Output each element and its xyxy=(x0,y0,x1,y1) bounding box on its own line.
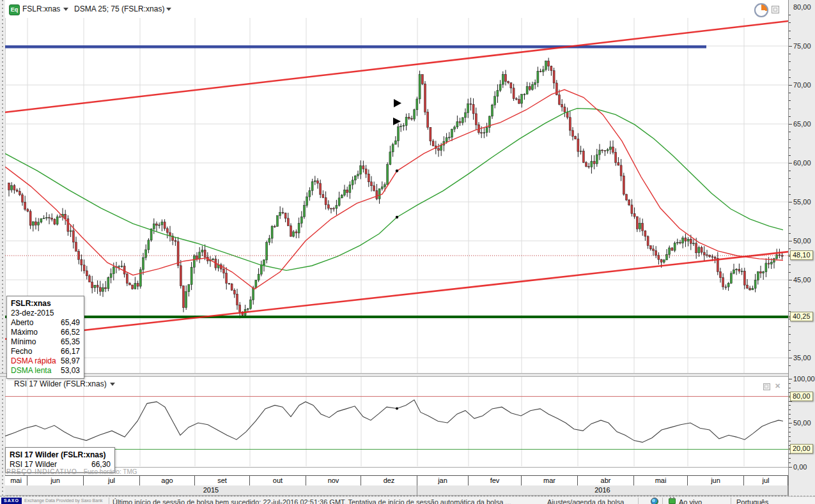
axis-tick xyxy=(789,148,791,148)
price-axis: 80,0075,0070,0065,0060,0055,0050,0045,00… xyxy=(788,0,815,496)
axis-tick xyxy=(789,264,791,265)
axis-tick xyxy=(789,405,791,406)
time-axis-months: maijunjulagosetoutnovdezjanfevmarabrmaij… xyxy=(5,475,788,486)
month-label: ago xyxy=(140,476,195,485)
axis-tick xyxy=(789,458,791,459)
month-label: dez xyxy=(361,476,417,485)
axis-tick xyxy=(789,109,791,109)
price-flag-label: 40,25 xyxy=(790,312,813,321)
rsi-tick-label: 100,00 xyxy=(793,376,815,383)
axis-tick xyxy=(789,124,792,125)
separator xyxy=(109,498,109,504)
price-tick-label: 45,00 xyxy=(793,277,811,284)
indicative-price-note: PREÇO INDICATIVOFuso horário: TMG xyxy=(6,468,137,475)
rsi-tick-label: 50,00 xyxy=(793,420,811,427)
month-label: nov xyxy=(306,476,361,485)
axis-tick xyxy=(789,441,791,441)
axis-tick xyxy=(789,116,791,117)
ohlc-tooltip: FSLR:xnas 23-dez-2015 Aberto65,49Máximo6… xyxy=(6,296,84,379)
tooltip-row: Aberto65,49 xyxy=(11,318,80,328)
axis-tick xyxy=(789,61,791,62)
axis-tick xyxy=(789,454,791,454)
trading-chart-app: { "toolbar": { "eq_badge": "Eq", "instru… xyxy=(0,0,815,504)
axis-tick xyxy=(789,155,791,156)
rsi-indicator-label[interactable]: RSI 17 Wilder (FSLR:xnas) xyxy=(14,379,107,388)
axis-tick xyxy=(789,248,791,249)
tooltip-date: 23-dez-2015 xyxy=(11,309,80,318)
tooltip-row: DSMA lenta53,03 xyxy=(11,366,80,376)
month-label: jan xyxy=(417,476,469,485)
rsi-tooltip-title: RSI 17 Wilder (FSLR:xnas) xyxy=(10,450,111,460)
time-axis-years: 20152016 xyxy=(5,485,788,496)
month-label: jun xyxy=(27,476,84,485)
axis-tick xyxy=(789,194,791,195)
axis-tick xyxy=(789,171,791,171)
axis-tick xyxy=(789,303,791,304)
rsi-close-icon[interactable]: ✕ xyxy=(775,382,780,390)
axis-tick xyxy=(789,178,791,179)
price-tick-label: 50,00 xyxy=(793,238,811,245)
year-label: 2016 xyxy=(417,485,788,495)
axis-tick xyxy=(789,15,791,15)
separator xyxy=(638,498,639,504)
axis-tick xyxy=(789,418,791,419)
language-selector[interactable]: Português xyxy=(736,498,768,504)
live-status-label[interactable]: Ao vivo xyxy=(679,498,702,504)
price-tick-label: 80,00 xyxy=(793,4,811,11)
axis-tick xyxy=(789,272,791,273)
exchange-settings-link[interactable]: Ajustes/agenda da bolsa xyxy=(547,498,624,504)
axis-tick xyxy=(789,77,791,78)
axis-tick xyxy=(789,436,791,437)
separator xyxy=(731,498,731,504)
month-label: mai xyxy=(5,476,27,485)
status-bar: SAXO Exchange Data Provided by Saxo Bank… xyxy=(0,496,815,504)
axis-tick xyxy=(789,409,791,410)
price-tick-label: 70,00 xyxy=(793,82,811,89)
axis-tick xyxy=(789,100,791,101)
axis-tick xyxy=(789,423,792,424)
rsi-tick-label: 0,00 xyxy=(793,464,807,471)
lower-trendline xyxy=(5,252,788,339)
axis-tick xyxy=(789,139,791,140)
price-tick-label: 60,00 xyxy=(793,160,811,167)
axis-tick xyxy=(789,467,792,468)
tooltip-symbol: FSLR:xnas xyxy=(11,298,80,309)
chevron-down-icon[interactable] xyxy=(110,383,115,386)
rsi-flag-label: 80,00 xyxy=(790,392,813,401)
tooltip-row: Fecho66,17 xyxy=(11,347,80,356)
tooltip-row: DSMA rápida58,97 xyxy=(11,356,80,366)
axis-tick xyxy=(789,427,791,428)
axis-tick xyxy=(789,46,792,47)
axis-tick xyxy=(789,280,792,280)
axis-tick xyxy=(789,210,791,210)
axis-tick xyxy=(789,22,791,23)
axis-tick xyxy=(789,241,792,241)
price-flag-label: 48,10 xyxy=(790,250,813,260)
lock-icon xyxy=(669,498,676,504)
price-tick-label: 55,00 xyxy=(793,199,811,206)
axis-tick xyxy=(789,383,791,384)
rsi-bottom-border xyxy=(5,467,788,468)
month-label: out xyxy=(250,476,306,485)
month-label: jul xyxy=(744,476,788,485)
axis-tick xyxy=(789,388,791,388)
axis-tick xyxy=(789,85,792,86)
timezone-label: Fuso horário: TMG xyxy=(84,468,137,475)
month-label: abr xyxy=(578,476,634,485)
dsma-slow-line xyxy=(5,109,783,271)
crosshair-dot-slow xyxy=(396,216,398,218)
rsi-restore-icon[interactable] xyxy=(763,383,770,390)
month-label: fev xyxy=(469,476,522,485)
crosshair-dot-fast xyxy=(396,169,398,172)
month-label: mar xyxy=(522,476,578,485)
upper-trendline xyxy=(5,21,788,112)
price-tick-label: 35,00 xyxy=(793,355,811,362)
main-price-chart[interactable] xyxy=(5,0,788,374)
axis-tick xyxy=(789,187,791,187)
crosshair-dot-rsi xyxy=(396,408,398,410)
candle-series xyxy=(8,57,784,318)
axis-tick xyxy=(789,217,791,218)
rsi-line xyxy=(5,400,783,442)
rsi-indicator-chart[interactable] xyxy=(5,376,788,467)
session-status-message: Último início de sessão de bolsa bem suc… xyxy=(113,498,511,504)
